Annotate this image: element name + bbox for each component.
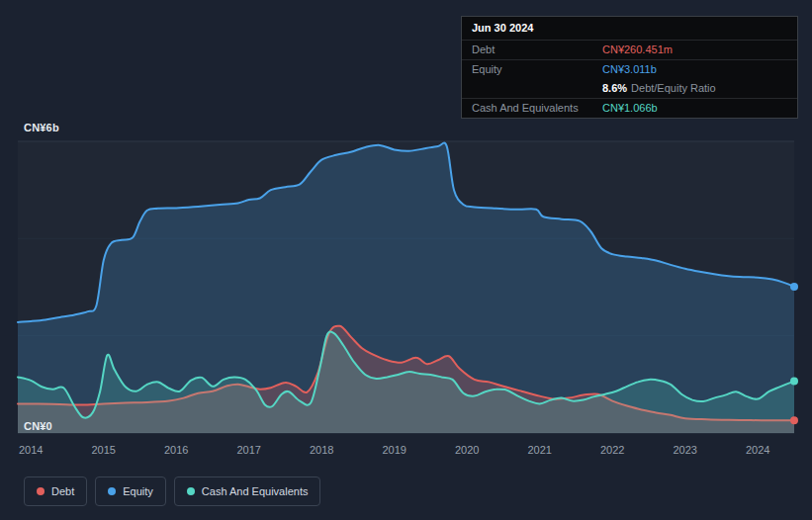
equity-end-dot	[790, 283, 798, 291]
debt-equity-ratio-label: Debt/Equity Ratio	[631, 82, 716, 94]
x-tick-label: 2024	[746, 444, 769, 456]
x-tick-label: 2021	[527, 444, 551, 456]
tooltip-row-equity: Equity CN¥3.011b	[462, 60, 797, 79]
cash-series-dot	[187, 487, 195, 495]
cash-end-dot	[790, 378, 798, 386]
x-axis: 2014201520162017201820192020202120222023…	[0, 444, 812, 460]
legend-label-debt: Debt	[51, 485, 74, 497]
tooltip-row-cash: Cash And Equivalents CN¥1.066b	[462, 99, 797, 118]
x-tick-label: 2015	[91, 444, 115, 456]
debt-end-dot	[790, 416, 798, 424]
tooltip-debt-value: CN¥260.451m	[602, 41, 673, 59]
legend-item-equity[interactable]: Equity	[95, 477, 166, 506]
legend-label-equity: Equity	[123, 485, 153, 497]
legend-label-cash: Cash And Equivalents	[202, 485, 309, 497]
legend-item-debt[interactable]: Debt	[24, 477, 87, 506]
x-tick-label: 2020	[455, 444, 479, 456]
y-axis-max-label: CN¥6b	[24, 122, 59, 133]
debt-equity-history-panel: CN¥6b CN¥0 20142015201620172018201920202…	[0, 0, 812, 520]
tooltip-cash-label: Cash And Equivalents	[462, 99, 602, 118]
x-tick-label: 2016	[164, 444, 188, 456]
tooltip-debt-label: Debt	[462, 41, 602, 59]
series-legend: Debt Equity Cash And Equivalents	[24, 477, 320, 506]
tooltip-row-debt: Debt CN¥260.451m	[462, 41, 797, 60]
hover-tooltip: Jun 30 2024 Debt CN¥260.451m Equity CN¥3…	[461, 16, 798, 119]
x-tick-label: 2018	[310, 444, 333, 456]
tooltip-cash-value: CN¥1.066b	[602, 99, 658, 118]
x-tick-label: 2022	[600, 444, 624, 456]
x-tick-label: 2014	[19, 444, 43, 456]
tooltip-equity-label: Equity	[462, 60, 602, 79]
tooltip-row-ratio: 8.6%Debt/Equity Ratio	[462, 79, 797, 99]
x-tick-label: 2019	[382, 444, 406, 456]
x-tick-label: 2023	[673, 444, 696, 456]
debt-series-dot	[37, 487, 45, 495]
y-axis-min-label: CN¥0	[24, 420, 52, 432]
debt-equity-ratio-value: 8.6%	[602, 82, 627, 94]
tooltip-equity-value: CN¥3.011b	[602, 60, 657, 79]
equity-series-dot	[108, 487, 116, 495]
tooltip-date: Jun 30 2024	[462, 17, 797, 41]
x-tick-label: 2017	[236, 444, 260, 456]
legend-item-cash[interactable]: Cash And Equivalents	[174, 477, 321, 506]
